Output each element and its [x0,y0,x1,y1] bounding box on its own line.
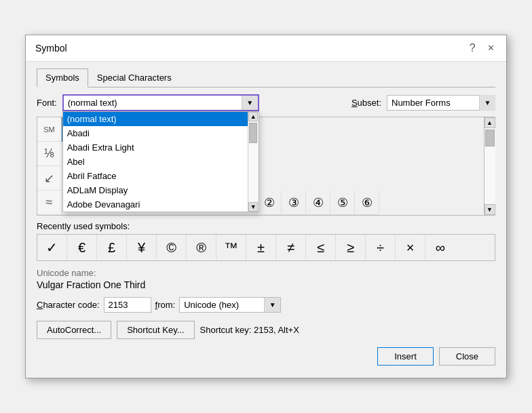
scroll-thumb[interactable] [249,123,257,143]
from-select-wrapper: Unicode (hex) ▼ [179,297,281,313]
subset-label: Subset: [352,98,381,108]
from-label: from: [155,300,176,310]
recent-11[interactable]: ≥ [336,235,366,260]
grid-scroll-up[interactable]: ▲ [484,117,495,128]
symbol-cell-c4[interactable]: ④ [306,191,330,215]
row-header-3: ↙ [37,166,62,191]
recent-9[interactable]: ≠ [276,235,306,260]
symbol-cell-c6[interactable]: ⑥ [355,191,379,215]
scroll-down-btn[interactable]: ▼ [248,202,258,212]
subset-dropdown-arrow[interactable]: ▼ [479,95,495,111]
recent-1[interactable]: ✓ [37,235,67,260]
recent-12[interactable]: ÷ [366,235,396,260]
row-header-4: ≈ [37,191,62,215]
font-select[interactable]: (normal text) ▼ [62,94,259,111]
recent-5[interactable]: © [157,235,187,260]
grid-scroll-track [484,128,495,204]
font-dropdown-list: (normal text) Abadi Abadi Extra Light Ab… [62,111,259,212]
font-option-abel[interactable]: Abel [63,155,248,169]
close-title-button[interactable]: × [484,41,498,56]
dropdown-scrollbar: ▲ ▼ [248,112,259,212]
font-label: Font: [37,98,57,108]
font-option-adlam[interactable]: ADLaM Display [63,183,248,197]
close-button[interactable]: Close [439,347,495,366]
from-dropdown-arrow[interactable]: ▼ [264,298,280,312]
tab-bar: Symbols Special Characters [37,68,495,87]
font-value: (normal text) [68,98,117,108]
recently-grid: ✓ € £ ¥ © ® ™ ± ≠ ≤ ≥ ÷ × ∞ [37,234,495,261]
grid-scrollbar: ▲ ▼ [484,117,495,216]
autocorrect-button[interactable]: AutoCorrect... [37,321,111,339]
recently-label: Recently used symbols: [37,221,495,231]
recent-10[interactable]: ≤ [306,235,336,260]
recent-8[interactable]: ± [246,235,276,260]
insert-button[interactable]: Insert [377,347,434,366]
recent-14[interactable]: ∞ [425,235,455,260]
font-option-adobe[interactable]: Adobe Devanagari [63,197,248,212]
from-select[interactable]: Unicode (hex) ▼ [179,297,281,313]
font-dropdown-arrow[interactable]: ▼ [242,96,258,110]
recent-7[interactable]: ™ [216,235,246,260]
scroll-track [248,121,258,202]
symbol-cell-c3[interactable]: ③ [282,191,306,215]
dialog-title: Symbol [35,43,67,54]
font-row: Font: (normal text) ▼ (normal text) Abad… [37,94,495,111]
symbol-cell-c2[interactable]: ② [257,191,282,215]
dialog-content: Symbols Special Characters Font: (normal… [26,62,506,378]
font-option-normal[interactable]: (normal text) [63,112,248,126]
recent-6[interactable]: ® [187,235,216,260]
row-header-1: SM [37,117,62,142]
symbol-cell-c5[interactable]: ⑤ [330,191,355,215]
shortcut-key-text: Shortcut key: 2153, Alt+X [200,325,299,335]
tab-symbols[interactable]: Symbols [37,68,88,87]
font-option-abril[interactable]: Abril Fatface [63,169,248,183]
font-dropdown-container: (normal text) ▼ (normal text) Abadi Abad… [62,94,259,111]
grid-scroll-down[interactable]: ▼ [484,204,495,215]
shortcut-key-button[interactable]: Shortcut Key... [117,321,194,339]
unicode-section: Unicode name: Vulgar Fraction One Third [37,268,495,290]
tab-special-characters[interactable]: Special Characters [88,68,180,87]
recent-13[interactable]: × [396,235,425,260]
title-bar-controls: ? × [466,41,498,56]
unicode-name-value: Vulgar Fraction One Third [37,279,495,290]
symbol-dialog: Symbol ? × Symbols Special Characters Fo… [25,35,507,378]
char-code-input[interactable] [104,297,151,313]
shortcut-row: AutoCorrect... Shortcut Key... Shortcut … [37,321,495,339]
help-button[interactable]: ? [466,41,480,56]
title-bar: Symbol ? × [26,35,506,62]
dialog-footer: Insert Close [37,347,495,368]
char-code-label: Character code: [37,300,100,310]
recent-4[interactable]: ¥ [127,235,157,260]
subset-select-wrapper: Number Forms ▼ [387,95,495,111]
recent-3[interactable]: £ [97,235,127,260]
grid-scroll-thumb[interactable] [485,130,495,146]
recent-2[interactable]: € [67,235,97,260]
font-option-abadi[interactable]: Abadi [63,126,248,140]
font-option-abadi-extra[interactable]: Abadi Extra Light [63,140,248,155]
scroll-up-btn[interactable]: ▲ [248,112,258,121]
char-code-row: Character code: from: Unicode (hex) ▼ [37,297,495,313]
unicode-name-label: Unicode name: [37,268,495,278]
row-header-2: ⅛ [37,142,62,166]
